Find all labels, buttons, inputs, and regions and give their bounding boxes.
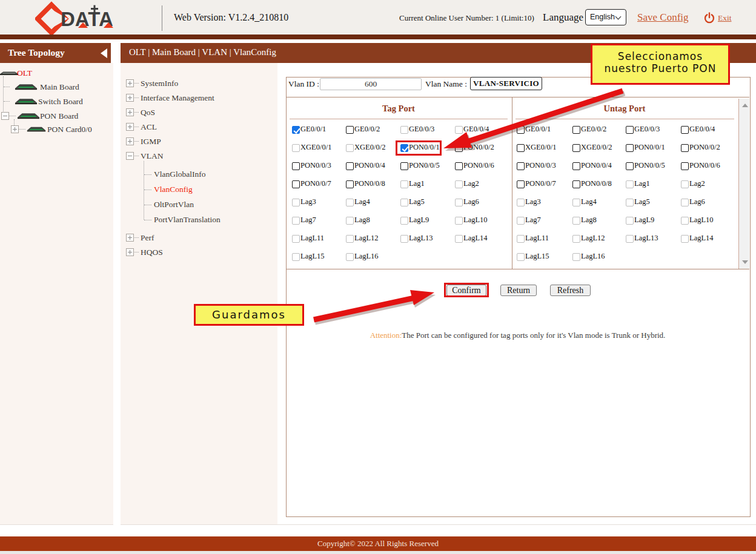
collapse-arrow-icon[interactable] xyxy=(101,48,107,58)
vlan-name-input[interactable]: VLAN-SERVICIO xyxy=(470,77,542,90)
cdata-logo: DATA xyxy=(35,1,156,35)
tag-port-checkbox-lagl16[interactable] xyxy=(346,253,354,261)
menu-item-qos[interactable]: QoS xyxy=(141,108,155,117)
tree-expander-minus-icon[interactable] xyxy=(1,112,9,120)
tag-port-checkbox-pon0-0-6[interactable] xyxy=(455,162,463,170)
untag-port-checkbox-pon0-0-1[interactable] xyxy=(626,144,634,152)
tag-port-checkbox-pon0-0-5[interactable] xyxy=(400,162,408,170)
menu-item-igmp[interactable]: IGMP xyxy=(141,137,161,147)
untag-port-checkbox-ge0-0-4[interactable] xyxy=(681,126,689,134)
tree-connector xyxy=(3,76,4,115)
tree-node-pon-board[interactable]: PON Board xyxy=(40,111,78,121)
tag-port-checkbox-ge0-0-2[interactable] xyxy=(346,126,354,134)
tag-port-checkbox-lag1[interactable] xyxy=(400,180,408,188)
tag-port-checkbox-pon0-0-8[interactable] xyxy=(346,180,354,188)
tree-expander-plus-icon[interactable] xyxy=(11,125,19,133)
language-select[interactable]: English xyxy=(585,9,626,25)
untag-port-checkbox-pon0-0-5[interactable] xyxy=(626,162,634,170)
untag-port-checkbox-lag7[interactable] xyxy=(517,217,525,225)
exit-link[interactable]: Exit xyxy=(718,13,732,23)
tag-port-checkbox-lag3[interactable] xyxy=(292,199,300,206)
tree-node-main-board[interactable]: Main Board xyxy=(40,82,79,92)
untag-port-checkbox-ge0-0-3[interactable] xyxy=(626,126,634,134)
untag-port-checkbox-xge0-0-1[interactable] xyxy=(517,144,525,152)
tag-port-checkbox-pon0-0-4[interactable] xyxy=(346,162,354,170)
scroll-down-icon[interactable] xyxy=(742,260,748,264)
scroll-up-icon[interactable] xyxy=(742,104,748,107)
menu-item-vlanconfig[interactable]: VlanConfig xyxy=(154,185,193,194)
untag-port-checkbox-pon0-0-4[interactable] xyxy=(572,162,580,170)
untag-port-checkbox-lagl11[interactable] xyxy=(517,235,525,243)
tag-port-checkbox-ge0-0-1[interactable] xyxy=(292,126,300,134)
tag-port-checkbox-lagl13[interactable] xyxy=(400,235,408,243)
untag-port-checkbox-lag1[interactable] xyxy=(626,180,634,188)
menu-item-vlanglobalinfo[interactable]: VlanGlobalInfo xyxy=(154,170,205,179)
untag-port-checkbox-lag2[interactable] xyxy=(681,180,689,188)
power-icon[interactable] xyxy=(703,12,715,24)
menu-item-interface-management[interactable]: Interface Management xyxy=(141,93,214,103)
untag-port-checkbox-xge0-0-2[interactable] xyxy=(572,144,580,152)
tag-port-header: Tag Port xyxy=(338,104,459,114)
tag-port-checkbox-xge0-0-2[interactable] xyxy=(346,144,354,152)
untag-port-checkbox-lag5[interactable] xyxy=(626,199,634,206)
untag-port-checkbox-pon0-0-2[interactable] xyxy=(681,144,689,152)
menu-item-portvlantranslation[interactable]: PortVlanTranslation xyxy=(154,215,220,225)
untag-port-checkbox-pon0-0-7[interactable] xyxy=(517,180,525,188)
tag-port-label-ge0-0-1: GE0/0/1 xyxy=(300,125,326,134)
menu-item-hqos[interactable]: HQOS xyxy=(141,248,163,257)
tag-port-label-lagl16: LagL16 xyxy=(354,252,379,261)
tag-port-checkbox-lagl12[interactable] xyxy=(346,235,354,243)
tree-node-switch-board[interactable]: Switch Board xyxy=(38,97,83,107)
copyright-text: Copyright© 2022 All Rights Reserved xyxy=(0,539,756,549)
tag-port-label-lagl13: LagL13 xyxy=(409,234,433,243)
tag-port-checkbox-lagl10[interactable] xyxy=(455,217,463,225)
untag-port-checkbox-pon0-0-8[interactable] xyxy=(572,180,580,188)
menu-item-acl[interactable]: ACL xyxy=(141,122,157,132)
untag-port-checkbox-lag6[interactable] xyxy=(681,199,689,206)
tag-port-checkbox-lagl14[interactable] xyxy=(455,235,463,243)
tag-port-checkbox-lag6[interactable] xyxy=(455,199,463,206)
tag-port-checkbox-lag2[interactable] xyxy=(455,180,463,188)
refresh-button[interactable]: Refresh xyxy=(550,285,591,296)
tag-port-checkbox-lagl9[interactable] xyxy=(400,217,408,225)
untag-port-checkbox-ge0-0-1[interactable] xyxy=(517,126,525,134)
tag-port-checkbox-ge0-0-3[interactable] xyxy=(400,126,408,134)
untag-port-checkbox-lagl15[interactable] xyxy=(517,253,525,261)
untag-port-checkbox-lagl12[interactable] xyxy=(572,235,580,243)
tree-node-pon-card0-0[interactable]: PON Card0/0 xyxy=(47,125,92,134)
tag-port-checkbox-lag7[interactable] xyxy=(292,217,300,225)
untag-port-checkbox-lagl14[interactable] xyxy=(681,235,689,243)
untag-port-checkbox-lag3[interactable] xyxy=(517,199,525,206)
tag-port-label-lagl10: LagL10 xyxy=(463,216,488,225)
table-scrollbar[interactable] xyxy=(738,99,749,269)
tag-port-checkbox-pon0-0-2[interactable] xyxy=(455,144,463,152)
untag-port-checkbox-lagl9[interactable] xyxy=(626,217,634,225)
return-button[interactable]: Return xyxy=(500,285,537,296)
untag-port-checkbox-lagl16[interactable] xyxy=(572,253,580,261)
untag-port-checkbox-lag8[interactable] xyxy=(572,217,580,225)
untag-port-checkbox-lagl10[interactable] xyxy=(681,217,689,225)
tag-port-checkbox-xge0-0-1[interactable] xyxy=(292,144,300,152)
menu-item-vlan[interactable]: VLAN xyxy=(141,151,164,161)
tree-node-olt[interactable]: OLT xyxy=(17,68,32,78)
menu-item-oltportvlan[interactable]: OltPortVlan xyxy=(154,200,194,209)
vlan-id-input[interactable]: 600 xyxy=(320,78,422,90)
untag-port-checkbox-ge0-0-2[interactable] xyxy=(572,126,580,134)
tag-port-checkbox-lag5[interactable] xyxy=(400,199,408,206)
tag-port-checkbox-lag8[interactable] xyxy=(346,217,354,225)
menu-item-perf[interactable]: Perf xyxy=(141,233,154,243)
save-config-link[interactable]: Save Config xyxy=(637,12,689,24)
menu-connector xyxy=(133,127,139,128)
tag-port-checkbox-ge0-0-4[interactable] xyxy=(455,126,463,134)
annotation-select-pon: Seleccionamos nuestro Puerto PON xyxy=(591,44,730,85)
tag-port-checkbox-lagl11[interactable] xyxy=(292,235,300,243)
untag-port-checkbox-pon0-0-3[interactable] xyxy=(517,162,525,170)
menu-item-systeminfo[interactable]: SystemInfo xyxy=(141,79,178,88)
untag-port-checkbox-lagl13[interactable] xyxy=(626,235,634,243)
tag-port-checkbox-pon0-0-7[interactable] xyxy=(292,180,300,188)
untag-port-checkbox-pon0-0-6[interactable] xyxy=(681,162,689,170)
untag-port-checkbox-lag4[interactable] xyxy=(572,199,580,206)
tag-port-checkbox-pon0-0-3[interactable] xyxy=(292,162,300,170)
tag-port-checkbox-lagl15[interactable] xyxy=(292,253,300,261)
tag-port-checkbox-lag4[interactable] xyxy=(346,199,354,206)
